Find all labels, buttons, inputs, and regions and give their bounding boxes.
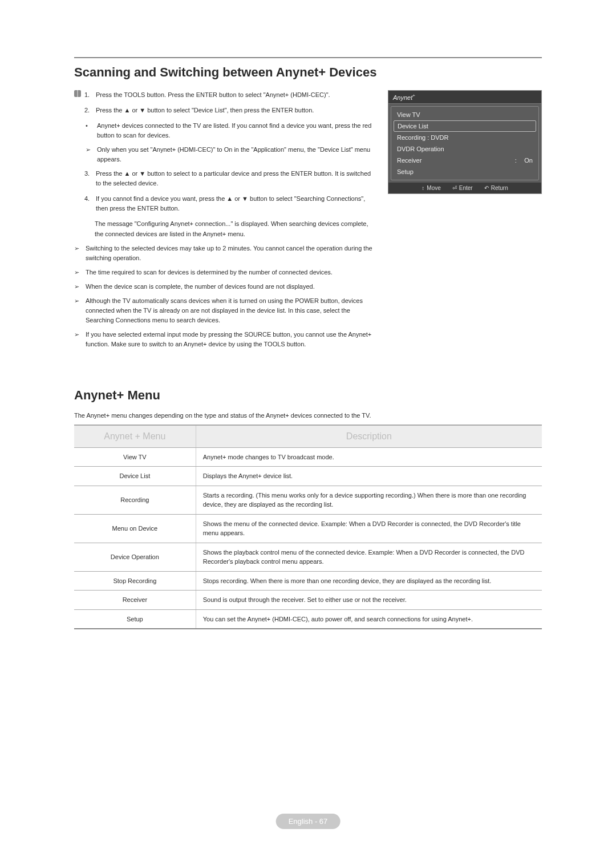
note-icon: ➢: [74, 330, 86, 349]
table-header-description: Description: [196, 425, 542, 448]
osd-item-receiver: Receiver:On: [391, 155, 538, 166]
return-icon: [484, 185, 489, 191]
note-4: Although the TV automatically scans devi…: [86, 296, 376, 325]
step2-sub2: Only when you set "Anynet+ (HDMI-CEC)" t…: [97, 145, 376, 164]
step-2-text: Press the ▲ or ▼ button to select "Devic…: [96, 106, 376, 115]
step-3-text: Press the ▲ or ▼ button to select to a p…: [96, 169, 376, 188]
tools-icon: [74, 90, 81, 97]
osd-footer: Move Enter Return: [388, 183, 541, 193]
section-title: Scanning and Switching between Anynet+ D…: [74, 65, 542, 80]
anynet-menu-table: Anynet + Menu Description View TVAnynet+…: [74, 424, 542, 630]
table-row: Stop RecordingStops recording. When ther…: [74, 571, 542, 591]
step-number-3: 3.: [84, 169, 96, 188]
step-number-2: 2.: [84, 106, 96, 115]
table-header-menu: Anynet + Menu: [74, 425, 196, 448]
osd-logo: Anynet+: [388, 91, 541, 104]
table-row: Device ListDisplays the Anynet+ device l…: [74, 467, 542, 486]
step2-sub1: Anynet+ devices connected to the TV are …: [97, 121, 376, 140]
table-row: View TVAnynet+ mode changes to TV broadc…: [74, 447, 542, 467]
step-4-text: If you cannot find a device you want, pr…: [96, 194, 376, 213]
table-row: SetupYou can set the Anynet+ (HDMI-CEC),…: [74, 609, 542, 629]
table-row: ReceiverSound is output through the rece…: [74, 591, 542, 610]
note-icon: ➢: [74, 268, 86, 277]
table-row: RecordingStarts a recording. (This menu …: [74, 486, 542, 514]
step-number-1: 1.: [84, 90, 96, 100]
note-icon: ➢: [74, 282, 86, 292]
osd-item-recording: Recording : DVDR: [391, 132, 538, 143]
osd-item-setup: Setup: [391, 166, 538, 177]
enter-icon: [452, 185, 457, 191]
step4-sub: The message "Configuring Anynet+ connect…: [95, 219, 376, 238]
anynet-menu-title: Anynet+ Menu: [74, 388, 542, 403]
note-5: If you have selected external input mode…: [86, 330, 376, 349]
note-3: When the device scan is complete, the nu…: [86, 282, 315, 292]
page-footer: English - 67: [276, 816, 341, 826]
osd-screenshot: Anynet+ View TV Device List Recording : …: [388, 90, 542, 194]
menu-intro: The Anynet+ menu changes depending on th…: [74, 412, 542, 419]
note-icon: ➢: [74, 244, 86, 263]
move-updown-icon: [422, 185, 424, 191]
osd-item-dvdrop: DVDR Operation: [391, 143, 538, 155]
table-row: Device OperationShows the playback contr…: [74, 543, 542, 571]
osd-item-devicelist-selected: Device List: [394, 120, 536, 132]
step-1-text: Press the TOOLS button. Press the ENTER …: [96, 90, 376, 100]
note-icon: ➢: [74, 296, 86, 325]
note-2: The time required to scan for devices is…: [86, 268, 333, 277]
note-1: Switching to the selected devices may ta…: [86, 244, 376, 263]
step-number-4: 4.: [84, 194, 96, 213]
osd-item-viewtv: View TV: [391, 109, 538, 120]
page-number-badge: English - 67: [276, 814, 341, 829]
bullet-icon: •: [86, 121, 97, 140]
table-row: Menu on DeviceShows the menu of the conn…: [74, 514, 542, 543]
note-icon: ➢: [86, 145, 97, 164]
